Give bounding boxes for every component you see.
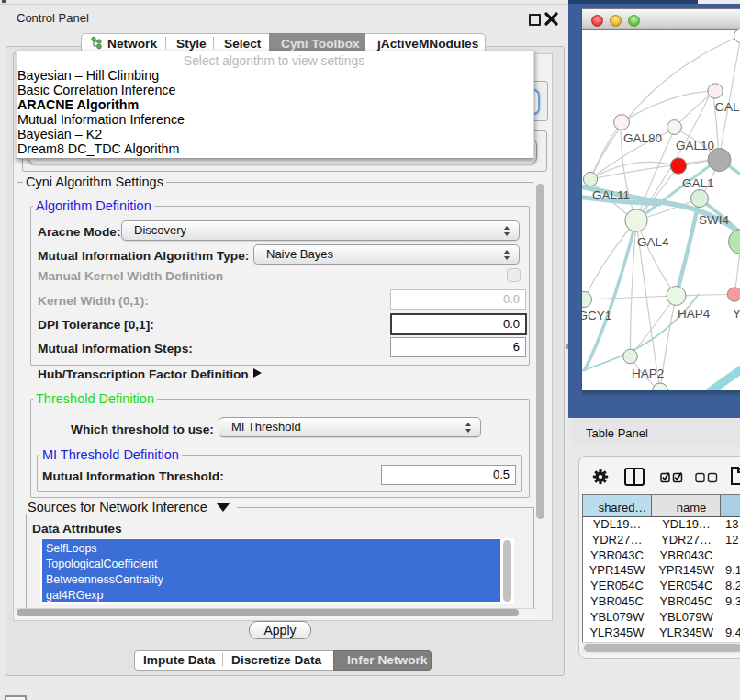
svg-text:GAL80: GAL80	[623, 131, 662, 145]
svg-text:SWI4: SWI4	[699, 213, 729, 227]
svg-text:Y: Y	[733, 307, 740, 321]
svg-text:GCY1: GCY1	[582, 309, 611, 322]
svg-text:GAL10: GAL10	[676, 139, 714, 152]
svg-text:HAP2: HAP2	[632, 367, 664, 380]
svg-text:HAP4: HAP4	[678, 307, 711, 321]
svg-text:GAL1: GAL1	[682, 176, 714, 190]
svg-text:GAL4: GAL4	[637, 235, 669, 249]
svg-text:GAL11: GAL11	[592, 188, 630, 202]
svg-text:GAL7: GAL7	[715, 100, 740, 114]
